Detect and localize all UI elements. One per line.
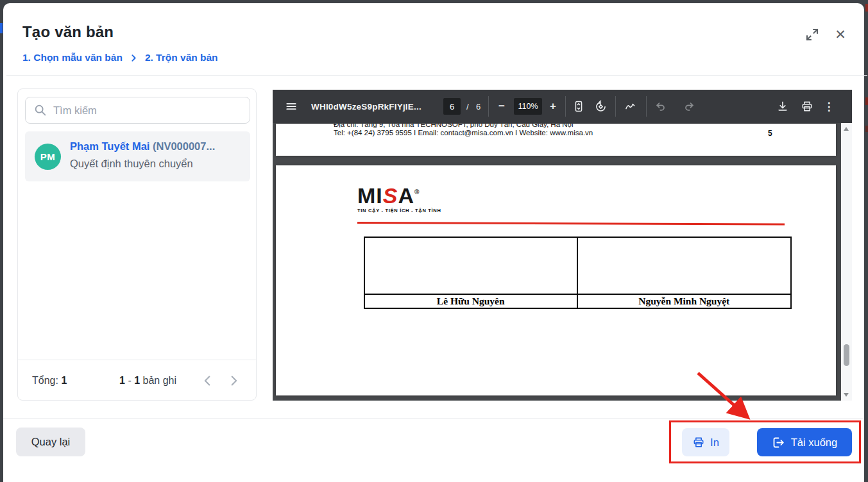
chevron-left-icon <box>201 374 215 388</box>
range-end: 1 <box>134 375 140 386</box>
step-choose-template[interactable]: 1. Chọn mẫu văn bản <box>22 52 123 63</box>
pagination: Tổng: 1 1 - 1 bản ghi <box>18 360 256 401</box>
signature-space-right <box>578 238 791 294</box>
misa-tagline: TIN CẬY - TIỆN ÍCH - TẬN TÌNH <box>357 208 441 213</box>
header-divider <box>6 75 867 76</box>
employee-code: (NV000007... <box>153 140 215 152</box>
signer-name-right: Nguyễn Minh Nguyệt <box>578 294 791 308</box>
background-page-fragment <box>865 4 868 12</box>
total-value: 1 <box>61 375 67 386</box>
zoom-out-button[interactable]: − <box>493 98 510 115</box>
download-icon <box>776 100 789 113</box>
minus-icon: − <box>498 100 505 113</box>
print-icon <box>801 100 813 113</box>
pdf-page-5: Địa chỉ: Tầng 9, Tòa nhà TECHNOSOFT, phố… <box>276 124 836 156</box>
annotation-arrow <box>667 359 763 429</box>
background-page-fragment <box>865 97 868 105</box>
zoom-level[interactable]: 110% <box>514 98 542 115</box>
close-icon: ✕ <box>835 27 846 42</box>
pdf-toolbar: WHI0dW5zeS9pRkFIYjlE... / 6 − 110% + <box>273 90 852 123</box>
fit-page-button[interactable] <box>570 98 587 115</box>
total-label: Tổng: <box>32 375 58 386</box>
toolbar-separator <box>615 96 616 117</box>
print-document-button[interactable] <box>799 98 815 115</box>
range-text: 1 - 1 bản ghi <box>119 375 176 386</box>
avatar: PM <box>35 144 61 170</box>
chevron-right-icon <box>226 374 241 388</box>
misa-logo: MISA® TIN CẬY - TIỆN ÍCH - TẬN TÌNH <box>357 182 441 213</box>
total-count: Tổng: 1 <box>32 375 67 386</box>
employee-title: Phạm Tuyết Mai (NV000007... <box>70 140 215 153</box>
back-button[interactable]: Quay lại <box>16 428 85 456</box>
scroll-down-icon[interactable] <box>844 393 849 397</box>
range-start: 1 <box>119 375 125 386</box>
page-title: Tạo văn bản <box>22 23 114 41</box>
more-options-button[interactable]: ⋮ <box>822 98 836 115</box>
expand-button[interactable] <box>803 25 822 44</box>
undo-icon <box>654 100 667 113</box>
print-button[interactable]: In <box>682 428 729 456</box>
prev-page-button[interactable] <box>200 372 216 389</box>
download-document-button[interactable] <box>774 98 791 115</box>
signer-name-left: Lê Hữu Nguyên <box>365 294 578 308</box>
page-total: 6 <box>476 90 481 123</box>
toolbar-separator <box>488 96 489 117</box>
fit-page-icon <box>572 100 585 113</box>
search-input[interactable] <box>53 104 242 117</box>
kebab-icon: ⋮ <box>824 100 835 113</box>
menu-button[interactable] <box>283 98 300 115</box>
pen-squiggle-icon <box>624 100 637 113</box>
rotate-button[interactable] <box>592 98 609 115</box>
signature-space-left <box>365 238 578 294</box>
logo-s: S <box>383 183 398 208</box>
chevron-right-icon <box>130 54 138 62</box>
page-divider: / <box>466 90 469 123</box>
registered-mark: ® <box>414 188 419 195</box>
misa-logo-text: MISA® <box>357 182 441 206</box>
export-icon <box>772 436 785 449</box>
search-icon <box>33 103 47 117</box>
close-button[interactable]: ✕ <box>831 25 850 44</box>
search-box[interactable] <box>25 97 250 124</box>
redo-icon <box>683 100 695 113</box>
download-label: Tải xuống <box>791 436 837 449</box>
template-list-panel: PM Phạm Tuyết Mai (NV000007... Quyết địn… <box>17 88 257 401</box>
letterhead-footer: Địa chỉ: Tầng 9, Tòa nhà TECHNOSOFT, phố… <box>334 124 593 137</box>
expand-icon <box>804 27 820 42</box>
background-page-fragment <box>865 126 868 132</box>
records-label: bản ghi <box>140 375 176 386</box>
toolbar-separator <box>565 96 566 117</box>
toolbar-separator <box>646 96 647 117</box>
signature-table: Lê Hữu Nguyên Nguyễn Minh Nguyệt <box>364 237 792 309</box>
download-button[interactable]: Tải xuống <box>757 428 852 456</box>
hamburger-icon <box>285 100 298 113</box>
scroll-up-icon[interactable] <box>844 127 849 131</box>
breadcrumb: 1. Chọn mẫu văn bản 2. Trộn văn bản <box>22 52 218 63</box>
background-page-fragment <box>0 23 3 33</box>
annotate-button[interactable] <box>622 98 638 115</box>
scrollbar-thumb[interactable] <box>844 344 849 366</box>
page-number-5: 5 <box>768 129 772 138</box>
pdf-viewer: WHI0dW5zeS9pRkFIYjlE... / 6 − 110% + <box>273 90 852 401</box>
employee-name: Phạm Tuyết Mai <box>70 140 149 152</box>
rotate-icon <box>594 100 608 113</box>
print-label: In <box>710 436 719 449</box>
zoom-in-button[interactable]: + <box>545 98 561 115</box>
pdf-scrollbar[interactable] <box>841 123 852 401</box>
logo-a: A <box>398 183 414 208</box>
contact-line: Tel: +(84 24) 3795 9595 I Email: contact… <box>334 129 593 137</box>
address-line: Địa chỉ: Tầng 9, Tòa nhà TECHNOSOFT, phố… <box>334 124 593 129</box>
list-item-employee[interactable]: PM Phạm Tuyết Mai (NV000007... Quyết địn… <box>25 131 250 181</box>
template-name: Quyết định thuyên chuyển <box>70 158 193 170</box>
undo-button[interactable] <box>652 98 669 115</box>
printer-icon <box>692 436 705 449</box>
redo-button[interactable] <box>681 98 697 115</box>
range-separator: - <box>125 375 134 386</box>
document-filename: WHI0dW5zeS9pRkFIYjlE... <box>311 90 421 123</box>
next-page-button[interactable] <box>225 372 242 389</box>
page-number-input[interactable] <box>443 98 461 115</box>
logo-mi: MI <box>357 183 383 208</box>
step-merge-document[interactable]: 2. Trộn văn bản <box>145 52 218 63</box>
plus-icon: + <box>550 100 556 113</box>
letterhead-rule <box>357 222 785 226</box>
